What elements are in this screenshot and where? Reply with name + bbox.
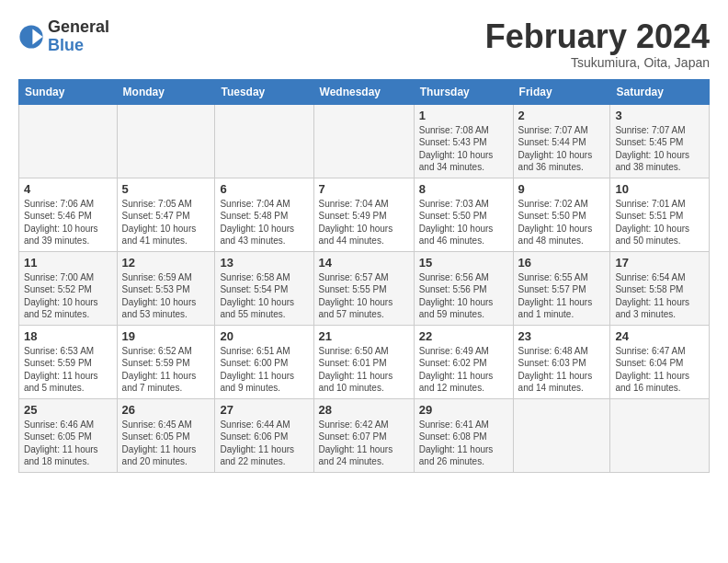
day-info: Sunrise: 7:05 AM Sunset: 5:47 PM Dayligh…: [122, 198, 210, 247]
day-info: Sunrise: 6:51 AM Sunset: 6:00 PM Dayligh…: [220, 345, 308, 395]
calendar-cell: 1 Sunrise: 7:08 AM Sunset: 5:43 PM Dayli…: [414, 104, 513, 178]
calendar-cell: 26 Sunrise: 6:45 AM Sunset: 6:05 PM Dayl…: [117, 398, 215, 472]
calendar-cell: [117, 104, 215, 178]
calendar-cell: 21 Sunrise: 6:50 AM Sunset: 6:01 PM Dayl…: [313, 325, 414, 398]
calendar-week: 4 Sunrise: 7:06 AM Sunset: 5:46 PM Dayli…: [19, 178, 710, 251]
logo-general: General: [48, 18, 109, 37]
day-number: 8: [419, 182, 508, 196]
calendar-cell: [19, 104, 118, 178]
day-info: Sunrise: 7:06 AM Sunset: 5:46 PM Dayligh…: [24, 198, 112, 247]
header-row: SundayMondayTuesdayWednesdayThursdayFrid…: [19, 79, 710, 104]
calendar-cell: [215, 104, 313, 178]
calendar-cell: 29 Sunrise: 6:41 AM Sunset: 6:08 PM Dayl…: [414, 398, 513, 472]
calendar-cell: 8 Sunrise: 7:03 AM Sunset: 5:50 PM Dayli…: [414, 178, 513, 251]
weekday-header: Thursday: [414, 79, 513, 104]
weekday-header: Friday: [513, 79, 610, 104]
month-title: February 2024: [485, 18, 710, 55]
day-info: Sunrise: 6:55 AM Sunset: 5:57 PM Dayligh…: [518, 271, 606, 321]
calendar-cell: [313, 104, 414, 178]
calendar-cell: 7 Sunrise: 7:04 AM Sunset: 5:49 PM Dayli…: [313, 178, 414, 251]
calendar-cell: 5 Sunrise: 7:05 AM Sunset: 5:47 PM Dayli…: [117, 178, 215, 251]
calendar-cell: 4 Sunrise: 7:06 AM Sunset: 5:46 PM Dayli…: [19, 178, 118, 251]
weekday-header: Sunday: [19, 79, 118, 104]
calendar-cell: 27 Sunrise: 6:44 AM Sunset: 6:06 PM Dayl…: [215, 398, 313, 472]
logo-text: General Blue: [48, 18, 109, 55]
day-info: Sunrise: 6:53 AM Sunset: 5:59 PM Dayligh…: [24, 345, 112, 395]
day-info: Sunrise: 6:52 AM Sunset: 5:59 PM Dayligh…: [122, 345, 210, 395]
day-number: 14: [319, 256, 409, 270]
day-number: 7: [319, 182, 409, 196]
day-info: Sunrise: 7:04 AM Sunset: 5:48 PM Dayligh…: [220, 198, 308, 247]
calendar-cell: 18 Sunrise: 6:53 AM Sunset: 5:59 PM Dayl…: [19, 325, 118, 398]
day-info: Sunrise: 6:45 AM Sunset: 6:05 PM Dayligh…: [122, 419, 210, 468]
logo: General Blue: [18, 18, 109, 55]
page-header: General Blue February 2024 Tsukumiura, O…: [18, 18, 710, 70]
calendar-cell: 20 Sunrise: 6:51 AM Sunset: 6:00 PM Dayl…: [215, 325, 313, 398]
day-info: Sunrise: 6:54 AM Sunset: 5:58 PM Dayligh…: [615, 271, 704, 321]
day-info: Sunrise: 7:07 AM Sunset: 5:45 PM Dayligh…: [615, 124, 704, 174]
calendar-cell: 22 Sunrise: 6:49 AM Sunset: 6:02 PM Dayl…: [414, 325, 513, 398]
day-info: Sunrise: 7:01 AM Sunset: 5:51 PM Dayligh…: [615, 198, 704, 247]
day-info: Sunrise: 7:04 AM Sunset: 5:49 PM Dayligh…: [319, 198, 409, 247]
weekday-header: Monday: [117, 79, 215, 104]
day-info: Sunrise: 6:41 AM Sunset: 6:08 PM Dayligh…: [419, 419, 508, 468]
calendar-cell: 28 Sunrise: 6:42 AM Sunset: 6:07 PM Dayl…: [313, 398, 414, 472]
calendar-cell: 16 Sunrise: 6:55 AM Sunset: 5:57 PM Dayl…: [513, 251, 610, 325]
day-number: 18: [24, 329, 112, 343]
calendar-cell: 15 Sunrise: 6:56 AM Sunset: 5:56 PM Dayl…: [414, 251, 513, 325]
day-info: Sunrise: 6:50 AM Sunset: 6:01 PM Dayligh…: [319, 345, 409, 395]
calendar-cell: 13 Sunrise: 6:58 AM Sunset: 5:54 PM Dayl…: [215, 251, 313, 325]
calendar-cell: 17 Sunrise: 6:54 AM Sunset: 5:58 PM Dayl…: [610, 251, 710, 325]
day-number: 24: [615, 329, 704, 343]
day-number: 13: [220, 256, 308, 270]
day-info: Sunrise: 6:47 AM Sunset: 6:04 PM Dayligh…: [615, 345, 704, 395]
day-number: 26: [122, 403, 210, 417]
day-info: Sunrise: 6:49 AM Sunset: 6:02 PM Dayligh…: [419, 345, 508, 395]
day-number: 23: [518, 329, 606, 343]
location: Tsukumiura, Oita, Japan: [485, 55, 710, 70]
day-number: 20: [220, 329, 308, 343]
calendar-cell: 12 Sunrise: 6:59 AM Sunset: 5:53 PM Dayl…: [117, 251, 215, 325]
day-info: Sunrise: 7:00 AM Sunset: 5:52 PM Dayligh…: [24, 271, 112, 321]
calendar-cell: 2 Sunrise: 7:07 AM Sunset: 5:44 PM Dayli…: [513, 104, 610, 178]
day-info: Sunrise: 6:44 AM Sunset: 6:06 PM Dayligh…: [220, 419, 308, 468]
day-info: Sunrise: 7:08 AM Sunset: 5:43 PM Dayligh…: [419, 124, 508, 174]
day-info: Sunrise: 6:58 AM Sunset: 5:54 PM Dayligh…: [220, 271, 308, 321]
weekday-header: Wednesday: [313, 79, 414, 104]
calendar-cell: 24 Sunrise: 6:47 AM Sunset: 6:04 PM Dayl…: [610, 325, 710, 398]
calendar-cell: [610, 398, 710, 472]
day-number: 3: [615, 109, 704, 122]
day-number: 2: [518, 109, 606, 122]
calendar-table: SundayMondayTuesdayWednesdayThursdayFrid…: [18, 79, 710, 473]
day-info: Sunrise: 7:07 AM Sunset: 5:44 PM Dayligh…: [518, 124, 606, 174]
calendar-cell: 23 Sunrise: 6:48 AM Sunset: 6:03 PM Dayl…: [513, 325, 610, 398]
day-number: 29: [419, 403, 508, 417]
day-number: 5: [122, 182, 210, 196]
logo-icon: [18, 24, 44, 50]
calendar-header: SundayMondayTuesdayWednesdayThursdayFrid…: [19, 79, 710, 104]
calendar-cell: 11 Sunrise: 7:00 AM Sunset: 5:52 PM Dayl…: [19, 251, 118, 325]
logo-blue: Blue: [48, 37, 109, 55]
title-section: February 2024 Tsukumiura, Oita, Japan: [485, 18, 710, 70]
calendar-cell: 3 Sunrise: 7:07 AM Sunset: 5:45 PM Dayli…: [610, 104, 710, 178]
day-number: 16: [518, 256, 606, 270]
calendar-body: 1 Sunrise: 7:08 AM Sunset: 5:43 PM Dayli…: [19, 104, 710, 472]
day-info: Sunrise: 6:46 AM Sunset: 6:05 PM Dayligh…: [24, 419, 112, 468]
day-info: Sunrise: 6:56 AM Sunset: 5:56 PM Dayligh…: [419, 271, 508, 321]
day-number: 9: [518, 182, 606, 196]
day-number: 25: [24, 403, 112, 417]
day-number: 4: [24, 182, 112, 196]
day-info: Sunrise: 6:59 AM Sunset: 5:53 PM Dayligh…: [122, 271, 210, 321]
calendar-cell: [513, 398, 610, 472]
calendar-cell: 25 Sunrise: 6:46 AM Sunset: 6:05 PM Dayl…: [19, 398, 118, 472]
day-number: 27: [220, 403, 308, 417]
day-number: 11: [24, 256, 112, 270]
day-number: 22: [419, 329, 508, 343]
day-number: 17: [615, 256, 704, 270]
day-info: Sunrise: 7:02 AM Sunset: 5:50 PM Dayligh…: [518, 198, 606, 247]
day-info: Sunrise: 6:42 AM Sunset: 6:07 PM Dayligh…: [319, 419, 409, 468]
calendar-cell: 9 Sunrise: 7:02 AM Sunset: 5:50 PM Dayli…: [513, 178, 610, 251]
weekday-header: Saturday: [610, 79, 710, 104]
calendar-week: 11 Sunrise: 7:00 AM Sunset: 5:52 PM Dayl…: [19, 251, 710, 325]
day-info: Sunrise: 6:48 AM Sunset: 6:03 PM Dayligh…: [518, 345, 606, 395]
